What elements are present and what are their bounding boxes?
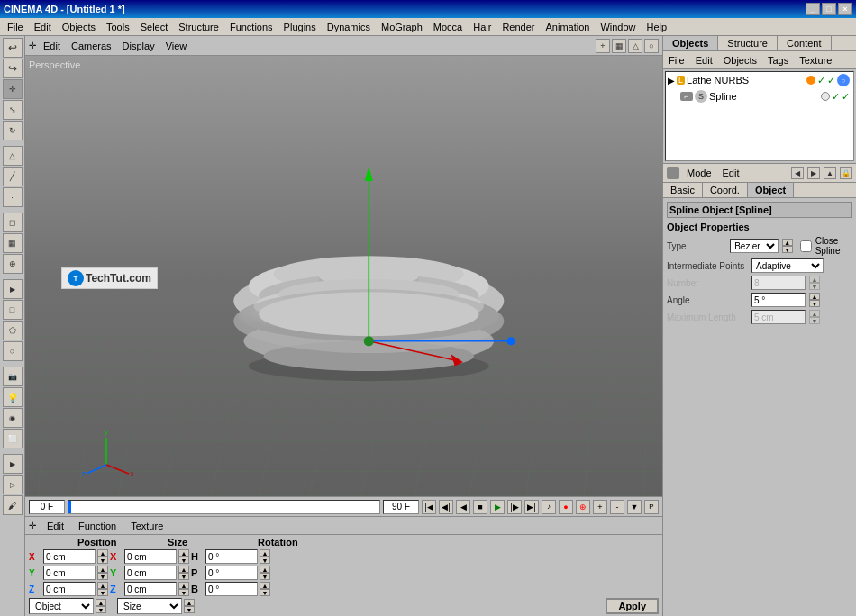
tool-light[interactable]: 💡 (3, 387, 23, 407)
tool-live-selection[interactable]: ▶ (3, 279, 23, 299)
menu-edit[interactable]: Edit (29, 20, 57, 34)
tool-undo[interactable]: ↩ (3, 38, 23, 58)
obj-tb-file[interactable]: File (665, 54, 688, 67)
stop-button[interactable]: ■ (473, 500, 487, 514)
size-z-input[interactable] (124, 582, 177, 596)
vp-menu-edit[interactable]: Edit (40, 39, 64, 53)
tool-render[interactable]: ▶ (3, 454, 23, 474)
size-dropdown-spinner[interactable]: ▲ ▼ (184, 599, 195, 613)
tool-free-sel[interactable]: ○ (3, 341, 23, 361)
mode-tb-back[interactable]: ◀ (791, 167, 804, 179)
end-frame-input[interactable] (383, 500, 419, 514)
pos-z-input[interactable] (43, 582, 96, 596)
menu-dynamics[interactable]: Dynamics (322, 20, 376, 34)
key-add-button[interactable]: + (593, 500, 607, 514)
tab-object[interactable]: Object (748, 183, 794, 197)
pos-z-spinner[interactable]: ▲ ▼ (97, 582, 108, 596)
tool-scale[interactable]: ⤡ (3, 100, 23, 120)
vp-icon-1[interactable]: + (596, 39, 610, 53)
vp-icon-4[interactable]: ○ (644, 39, 659, 53)
menu-tools[interactable]: Tools (101, 20, 135, 34)
menu-hair[interactable]: Hair (468, 20, 496, 34)
mode-tb-edit[interactable]: Edit (719, 167, 743, 179)
p-rot-spinner[interactable]: ▲ ▼ (260, 566, 270, 580)
obj-tb-texture[interactable]: Texture (796, 54, 835, 67)
tool-polygon[interactable]: △ (3, 146, 23, 166)
pos-y-spinner[interactable]: ▲ ▼ (97, 566, 108, 580)
preview-button[interactable]: P (644, 500, 659, 514)
size-y-input[interactable] (124, 566, 177, 580)
vp-icon-2[interactable]: ▦ (612, 39, 626, 53)
b-rot-input[interactable] (205, 582, 258, 596)
object-dropdown[interactable]: Object (29, 598, 94, 614)
menu-mocca[interactable]: Mocca (428, 20, 468, 34)
tool-material[interactable]: ◉ (3, 408, 23, 428)
mode-tb-fwd[interactable]: ▶ (807, 167, 820, 179)
menu-window[interactable]: Window (595, 20, 641, 34)
apply-button[interactable]: Apply (606, 598, 659, 614)
tool-redo[interactable]: ↪ (3, 59, 23, 78)
tool-rect-sel[interactable]: □ (3, 300, 23, 320)
menu-mograph[interactable]: MoGraph (376, 20, 428, 34)
h-rot-spinner[interactable]: ▲ ▼ (260, 549, 270, 564)
obj-tb-objects[interactable]: Objects (720, 54, 760, 67)
tool-model[interactable]: ◻ (3, 213, 23, 232)
goto-start-button[interactable]: |◀ (422, 500, 436, 514)
tab-content[interactable]: Content (778, 36, 832, 50)
tool-floor[interactable]: ⬜ (3, 429, 23, 448)
tab-basic[interactable]: Basic (663, 183, 703, 197)
goto-end-button[interactable]: ▶| (524, 500, 539, 514)
obj-row-spline[interactable]: ⌐ S Spline ✓ ✓ (666, 88, 853, 104)
current-frame-input[interactable] (29, 500, 65, 514)
pos-x-spinner[interactable]: ▲ ▼ (97, 549, 108, 564)
timeline-bar[interactable] (68, 500, 380, 514)
obj-tb-tags[interactable]: Tags (764, 54, 792, 67)
record-button[interactable]: ● (559, 500, 573, 514)
3d-viewport[interactable]: Perspective T TechTut.com Y X Z (25, 56, 662, 496)
angle-spinner[interactable]: ▲ ▼ (809, 293, 820, 307)
key-options[interactable]: ▼ (627, 500, 642, 514)
tab-structure[interactable]: Structure (718, 36, 778, 50)
ed-menu-edit[interactable]: Edit (43, 520, 68, 532)
tool-rotate[interactable]: ↻ (3, 121, 23, 140)
vp-menu-cameras[interactable]: Cameras (68, 39, 115, 53)
mode-tb-home[interactable]: ▲ (824, 167, 836, 179)
maximize-button[interactable]: □ (822, 3, 836, 15)
prev-frame-button[interactable]: ◀| (439, 500, 453, 514)
vp-menu-view[interactable]: View (162, 39, 191, 53)
vp-icon-3[interactable]: △ (628, 39, 642, 53)
ed-menu-function[interactable]: Function (75, 520, 120, 532)
close-spline-checkbox[interactable] (800, 240, 812, 252)
menu-objects[interactable]: Objects (57, 20, 101, 34)
size-x-input[interactable] (124, 549, 177, 564)
key-del-button[interactable]: - (610, 500, 624, 514)
object-dropdown-spinner[interactable]: ▲ ▼ (96, 599, 106, 613)
size-x-spinner[interactable]: ▲ ▼ (178, 549, 189, 564)
type-select[interactable]: Bezier (730, 239, 778, 253)
play-reverse-button[interactable]: ◀ (456, 500, 470, 514)
intermediate-select[interactable]: Adaptive (751, 258, 824, 273)
minimize-button[interactable]: _ (806, 3, 820, 15)
pos-x-input[interactable] (43, 549, 96, 564)
menu-animation[interactable]: Animation (541, 20, 596, 34)
ed-menu-texture[interactable]: Texture (127, 520, 167, 532)
play-button[interactable]: ▶ (490, 500, 505, 514)
size-dropdown[interactable]: Size (117, 598, 182, 614)
type-spinner[interactable]: ▲ ▼ (782, 239, 793, 253)
pos-y-input[interactable] (43, 566, 96, 580)
mode-tb-mode[interactable]: Mode (683, 167, 715, 179)
size-y-spinner[interactable]: ▲ ▼ (178, 566, 189, 580)
menu-help[interactable]: Help (642, 20, 673, 34)
tool-axis[interactable]: ⊕ (3, 254, 23, 274)
menu-render[interactable]: Render (496, 20, 540, 34)
menu-select[interactable]: Select (135, 20, 174, 34)
tool-texture[interactable]: ▦ (3, 233, 23, 253)
menu-plugins[interactable]: Plugins (278, 20, 322, 34)
obj-row-lathe[interactable]: ▶ L Lathe NURBS ✓ ✓ ○ (666, 72, 853, 88)
tool-point[interactable]: · (3, 187, 23, 207)
tab-objects[interactable]: Objects (663, 36, 718, 50)
tool-render-view[interactable]: ▷ (3, 475, 23, 494)
tool-edge[interactable]: ╱ (3, 167, 23, 186)
size-z-spinner[interactable]: ▲ ▼ (178, 582, 189, 596)
obj-tb-edit[interactable]: Edit (692, 54, 716, 67)
